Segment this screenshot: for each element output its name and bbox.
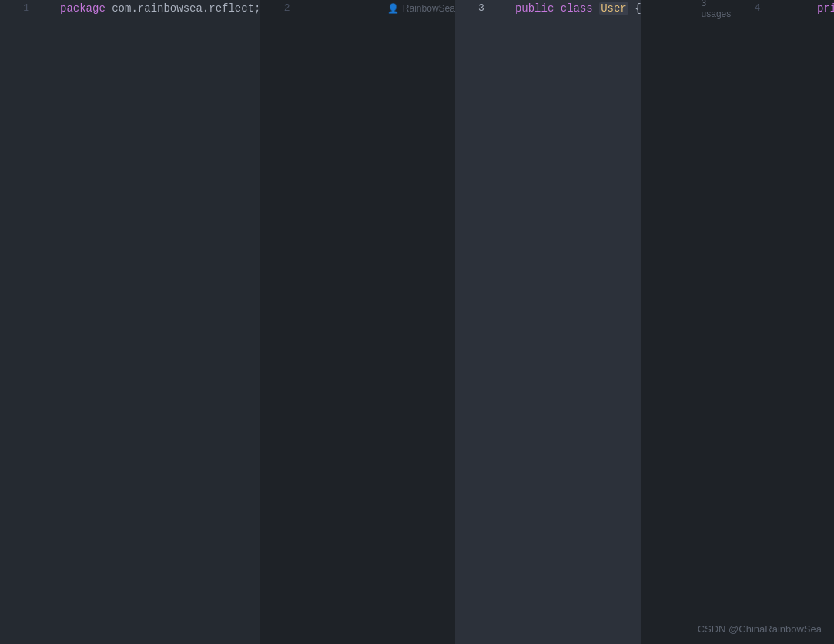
gutter-4	[769, 0, 791, 644]
code-text-1: package com.rainbowsea.reflect;	[60, 0, 260, 644]
code-text-3: public class User {	[515, 0, 641, 644]
code-line-3: 3 public class User {	[455, 0, 641, 644]
code-line-2: 2	[260, 0, 327, 644]
line-number-4: 4	[731, 0, 769, 644]
line-number-1: 1	[0, 0, 39, 644]
gutter-2	[299, 0, 320, 644]
gutter-1	[39, 0, 60, 644]
meta-usages-name-text: 3 usages	[702, 0, 732, 19]
code-editor: 1 package com.rainbowsea.reflect; 2 👤 Ra…	[0, 0, 834, 644]
code-line-4: 4 private String name;	[731, 0, 834, 644]
code-text-4: private String name;	[791, 0, 834, 644]
watermark: CSDN @ChinaRainbowSea	[698, 623, 822, 635]
line-number-3: 3	[455, 0, 494, 644]
code-line-1: 1 package com.rainbowsea.reflect;	[0, 0, 260, 644]
gutter-3	[494, 0, 515, 644]
meta-usages-name: 3 usages	[641, 0, 732, 17]
code-text-2	[320, 0, 327, 644]
meta-author-1: RainbowSea	[403, 3, 455, 14]
line-number-2: 2	[260, 0, 299, 644]
meta-rainbowsea-1: 👤 RainbowSea	[327, 0, 455, 17]
author-icon-1: 👤	[387, 3, 399, 15]
